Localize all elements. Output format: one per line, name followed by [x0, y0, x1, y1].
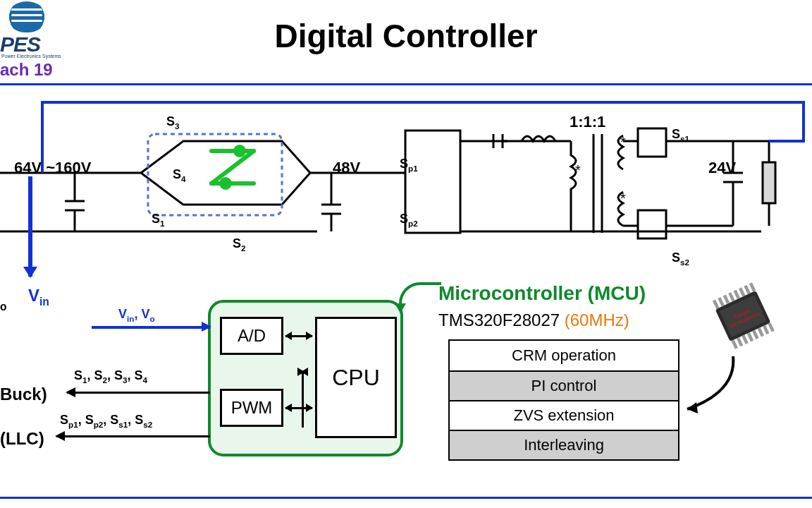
svg-rect-53 [723, 295, 730, 304]
circuit-schematic: * * * [0, 92, 812, 275]
svg-rect-48 [757, 327, 763, 337]
s1-label: S1 [152, 212, 165, 228]
svg-rect-26 [763, 162, 775, 203]
table-row: ZVS extension [450, 400, 678, 430]
svg-point-35 [221, 179, 230, 188]
pwm-cpu-arrow [285, 407, 312, 409]
vin-label: Vin [28, 286, 49, 308]
buck-gates-label: S1, S2, S3, S4 [74, 368, 147, 385]
mcu-pointer-arrow [399, 282, 441, 310]
svg-rect-16 [638, 128, 666, 157]
mcu-title: Microcontroller (MCU) [438, 282, 646, 305]
adc-cpu-arrow [285, 335, 312, 337]
svg-rect-45 [742, 334, 748, 344]
s4-label: S4 [173, 167, 186, 183]
bottom-rule [0, 497, 812, 499]
transformer-ratio-label: 1:1:1 [570, 113, 605, 131]
svg-line-32 [211, 151, 254, 183]
mcu-block-diagram: A/D PWM CPU [208, 300, 403, 456]
mcu-part-number: TMS320F28027 (60MHz) [438, 310, 629, 330]
mcu-chip-icon: TEXAS INSTRUMENTS [705, 282, 782, 353]
ss1-label: Ss1 [672, 127, 689, 143]
svg-rect-54 [728, 292, 734, 301]
svg-rect-30 [148, 134, 282, 215]
out-24v-label: 24V [708, 159, 736, 177]
sp2-label: Sp2 [400, 212, 418, 228]
svg-rect-55 [734, 290, 740, 299]
svg-rect-57 [744, 285, 750, 294]
pwm-block: PWM [220, 389, 283, 427]
vin-sense-arrow [28, 176, 32, 277]
bus-48v-label: 48V [333, 159, 360, 177]
cpu-block: CPU [315, 317, 397, 438]
svg-rect-58 [749, 282, 756, 291]
title-rule [0, 83, 812, 85]
table-row: PI control [450, 370, 678, 400]
svg-text:*: * [575, 162, 581, 178]
s3-label: S3 [166, 114, 180, 131]
svg-rect-17 [638, 210, 666, 238]
adc-pwm-link [302, 371, 304, 428]
svg-rect-49 [763, 325, 769, 334]
svg-rect-51 [713, 300, 719, 309]
adc-input-arrow [92, 326, 210, 329]
svg-rect-47 [752, 330, 758, 339]
ss2-label: Ss2 [672, 250, 689, 267]
svg-text:*: * [620, 190, 626, 206]
svg-rect-46 [747, 332, 753, 341]
s2-label: S2 [233, 236, 246, 253]
llc-gates-arrow [56, 435, 210, 437]
adc-input-label: Vin, Vo [118, 307, 155, 323]
slide-title: Digital Controller [0, 17, 812, 55]
llc-stage-label: (LLC) [0, 429, 44, 449]
mcu-modes-table: CRM operation PI control ZVS extension I… [448, 339, 679, 461]
svg-rect-52 [718, 297, 724, 306]
adc-block: A/D [220, 317, 283, 355]
buck-stage-label: Buck) [0, 385, 47, 404]
svg-rect-56 [739, 287, 745, 296]
svg-rect-44 [737, 337, 743, 346]
vin-range-label: 64V ~160V [14, 159, 91, 177]
table-row: CRM operation [450, 341, 678, 370]
chip-to-table-arrow [677, 353, 740, 416]
sp1-label: Sp1 [400, 157, 418, 173]
svg-point-34 [235, 147, 244, 155]
buck-gates-arrow [67, 392, 210, 394]
vo-short-label: o [0, 291, 7, 313]
table-row: Interleaving [450, 430, 678, 459]
svg-rect-43 [731, 339, 737, 349]
svg-text:*: * [620, 134, 626, 150]
llc-gates-label: Sp1, Sp2, Ss1, Ss2 [60, 413, 152, 429]
svg-rect-50 [768, 322, 774, 332]
session-label: ach 19 [0, 60, 78, 80]
